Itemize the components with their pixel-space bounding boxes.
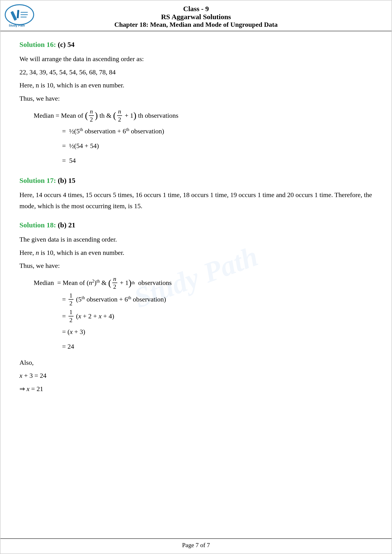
svg-text:Study Path: Study Path xyxy=(9,24,25,27)
sol16-eq3: = 54 xyxy=(62,154,372,167)
sol16-line3: Here, n is 10, which is an even number. xyxy=(20,80,372,91)
sol18-eq5: x + 3 = 24 xyxy=(20,370,372,381)
sol18-line3: Thus, we have: xyxy=(20,260,372,271)
header-class: Class - 9 xyxy=(3,5,389,13)
sol18-line2: Here, n is 10, which is an even number. xyxy=(20,247,372,258)
header-chapter: Chapter 18: Mean, Median and Mode of Ung… xyxy=(3,21,389,28)
sol18-eq6: ⇒ x = 21 xyxy=(20,383,372,395)
sol17-line1: Here, 14 occurs 4 times, 15 occurs 5 tim… xyxy=(20,189,372,212)
sol16-math: Median = Mean of ( n 2 ) th & ( n 2 + 1 … xyxy=(34,108,372,167)
sol16-median-formula: Median = Mean of ( n 2 ) th & ( n 2 + 1 … xyxy=(34,108,372,123)
svg-rect-1 xyxy=(10,11,17,21)
solution-16-heading: Solution 16: (c) 54 xyxy=(20,38,372,50)
svg-point-0 xyxy=(5,5,34,25)
logo: Study Path xyxy=(3,3,36,29)
sol16-eq1: = ½(5th observation + 6th observation) xyxy=(62,125,372,138)
solution-16: Solution 16: (c) 54 We will arrange the … xyxy=(20,38,372,167)
solution-17-heading: Solution 17: (b) 15 xyxy=(20,174,372,187)
solution-18: Solution 18: (b) 21 The given data is in… xyxy=(20,219,372,395)
header-book: RS Aggarwal Solutions xyxy=(3,13,389,21)
main-content: Solution 16: (c) 54 We will arrange the … xyxy=(0,31,392,416)
sol16-line2: 22, 34, 39, 45, 54, 54, 56, 68, 78, 84 xyxy=(20,67,372,78)
sol16-line4: Thus, we have: xyxy=(20,93,372,104)
page-number: Page 7 of 7 xyxy=(182,542,210,548)
sol18-math: Median = Mean of (n2)th & ( n 2 + 1 ) th… xyxy=(34,275,372,353)
svg-rect-2 xyxy=(17,10,19,19)
sol18-eq2: = 1 2 (x + 2 + x + 4) xyxy=(62,308,372,324)
sol18-line1: The given data is in ascending order. xyxy=(20,234,372,245)
sol18-eq4: = 24 xyxy=(62,340,372,353)
sol18-eq3: = (x + 3) xyxy=(62,325,372,339)
logo-icon: Study Path xyxy=(4,4,35,28)
page-header: Study Path Class - 9 RS Aggarwal Solutio… xyxy=(0,0,392,31)
solution-18-heading: Solution 18: (b) 21 xyxy=(20,219,372,231)
solution-17: Solution 17: (b) 15 Here, 14 occurs 4 ti… xyxy=(20,174,372,212)
sol16-eq2: = ½(54 + 54) xyxy=(62,139,372,152)
sol18-also: Also, xyxy=(20,357,372,368)
page: Study Path Class - 9 RS Aggarwal Solutio… xyxy=(0,0,392,554)
sol18-eq1: = 1 2 (5th observation + 6th observation… xyxy=(62,292,372,307)
sol18-median-formula: Median = Mean of (n2)th & ( n 2 + 1 ) th… xyxy=(34,275,372,290)
page-footer: Page 7 of 7 xyxy=(0,538,392,549)
sol16-line1: We will arrange the data in ascending or… xyxy=(20,53,372,65)
